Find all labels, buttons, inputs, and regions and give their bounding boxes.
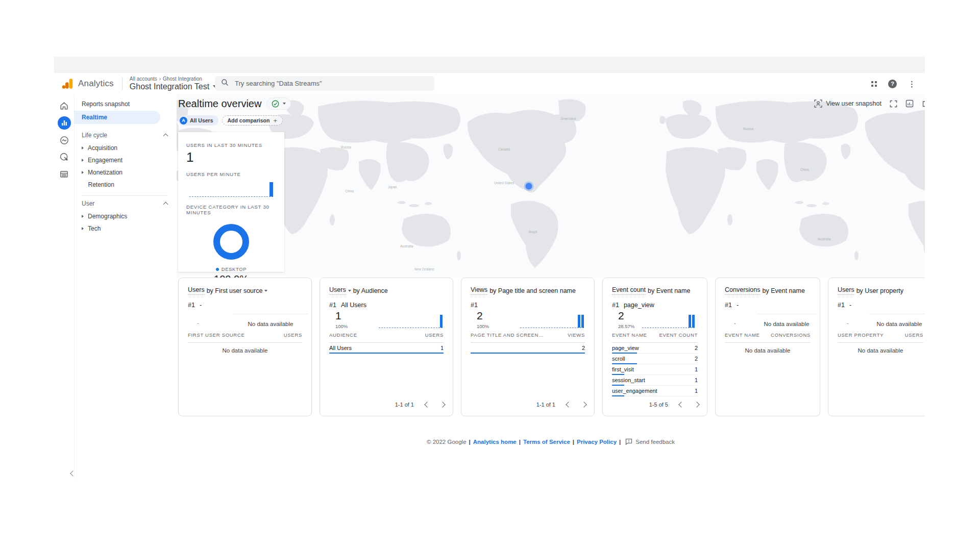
reports-icon[interactable] [58, 116, 71, 130]
device-name: DESKTOP [222, 266, 247, 272]
prev-page-icon[interactable] [678, 402, 684, 407]
map-label: Australia [400, 244, 413, 248]
sidebar-divider [82, 195, 167, 196]
card-metric: Users [188, 286, 205, 295]
sidebar-section-user[interactable]: User [75, 197, 177, 210]
top-percent: 100% [477, 323, 489, 329]
home-icon[interactable] [58, 99, 70, 112]
card-title-dropdown[interactable]: Views by Page title and screen name [471, 286, 576, 295]
product-name: Analytics [78, 79, 114, 89]
section-label: User [82, 200, 94, 207]
next-page-icon[interactable] [581, 402, 586, 407]
property-title: Ghost Integration Test [130, 82, 209, 91]
sidebar-item-acquisition[interactable]: Acquisition [75, 142, 177, 154]
privacy-policy-link[interactable]: Privacy Policy [577, 439, 617, 445]
chart-bars [439, 315, 443, 328]
edit-report-icon[interactable] [905, 99, 914, 108]
chevron-up-icon [163, 202, 168, 207]
fullscreen-icon[interactable] [890, 100, 897, 108]
share-report-icon[interactable] [922, 99, 925, 108]
send-feedback-button[interactable]: Send feedback [625, 438, 675, 445]
comparison-chip-all-users[interactable]: A All Users [178, 115, 218, 126]
advertising-icon[interactable] [58, 151, 70, 163]
sidebar-item-label: Monetization [88, 169, 122, 176]
sidebar-item-monetization[interactable]: Monetization [75, 166, 177, 179]
map-label: China [345, 189, 354, 193]
chart-no-data: No data available [869, 314, 925, 327]
empty-value-dash: - [197, 320, 199, 326]
sidebar-item-retention[interactable]: Retention [75, 179, 177, 191]
next-page-icon[interactable] [439, 402, 445, 407]
table-header: PAGE TITLE AND SCREEN... VIEWS [471, 332, 585, 343]
sidebar-item-realtime[interactable]: Realtime [75, 111, 160, 124]
sidebar-item-engagement[interactable]: Engagement [75, 154, 177, 166]
table-header: EVENT NAME CONVERSIONS [725, 332, 811, 343]
sidebar-item-reports-snapshot[interactable]: Reports snapshot [75, 97, 177, 111]
prev-page-icon[interactable] [566, 402, 571, 407]
map-label: United States [494, 181, 514, 185]
search-bar[interactable] [215, 76, 434, 91]
prev-page-icon[interactable] [424, 402, 430, 407]
analytics-home-link[interactable]: Analytics home [473, 439, 517, 445]
row-value: 1 [695, 377, 698, 383]
next-page-icon[interactable] [694, 402, 699, 407]
row-progress-bar [471, 353, 585, 354]
card-views-by-page-title: Views by Page title and screen name #1 2… [461, 278, 595, 416]
row-name: All Users [329, 345, 352, 351]
sidebar-section-lifecycle[interactable]: Life cycle [75, 129, 177, 142]
pagination: 1-1 of 1 [536, 402, 586, 408]
sidebar-item-demographics[interactable]: Demographics [75, 210, 177, 222]
overflow-menu-icon[interactable]: ⋮ [908, 80, 916, 88]
apps-grid-icon[interactable] [871, 81, 877, 87]
column-header-left: EVENT NAME [725, 332, 760, 342]
table-rows: All Users 1 [329, 343, 444, 354]
expand-arrow-icon[interactable] [82, 146, 84, 149]
copyright-text: © 2022 Google [427, 439, 467, 445]
card-title-dropdown[interactable]: Event count by Event name [612, 286, 690, 295]
column-header-left: AUDIENCE [329, 332, 357, 342]
column-header-left: FIRST USER SOURCE [188, 332, 245, 342]
configure-icon[interactable] [58, 168, 70, 180]
column-header-right: VIEWS [568, 332, 585, 342]
breadcrumb-chevron-icon: › [159, 76, 161, 82]
breadcrumb-property: Ghost Integration [163, 76, 202, 82]
card-title-dropdown[interactable]: Users by First user source [188, 286, 267, 295]
account-switcher[interactable]: All accounts › Ghost Integration Ghost I… [130, 76, 217, 91]
pagination-label: 1-1 of 1 [395, 402, 414, 408]
view-user-snapshot-button[interactable]: View user snapshot [814, 99, 881, 108]
report-toolbar: View user snapshot [814, 99, 925, 108]
expand-arrow-icon[interactable] [82, 215, 84, 218]
explore-icon[interactable] [58, 134, 70, 146]
top-rank-row: #1 - [188, 302, 202, 309]
expand-arrow-icon[interactable] [82, 159, 84, 162]
analytics-logo-icon[interactable] [61, 77, 75, 90]
card-title-dropdown[interactable]: Conversions by Event name [725, 286, 805, 295]
add-comparison-button[interactable]: Add comparison + [222, 115, 283, 126]
table-row: page_view 2 [612, 343, 698, 354]
help-icon[interactable]: ? [888, 80, 897, 88]
column-header-right: CONVERSIONS [771, 332, 811, 342]
add-comparison-label: Add comparison [228, 117, 270, 123]
expand-arrow-icon[interactable] [82, 171, 84, 174]
feedback-icon [625, 438, 632, 445]
terms-of-service-link[interactable]: Terms of Service [523, 439, 570, 445]
empty-value-dash: - [734, 320, 736, 326]
card-title-dropdown[interactable]: Users by User property [838, 286, 903, 295]
chevron-down-icon [283, 103, 286, 105]
sidebar-item-label: Realtime [82, 114, 107, 121]
search-input[interactable] [234, 79, 428, 88]
top-percent: 28.57% [618, 323, 634, 329]
report-status-dropdown[interactable] [266, 97, 291, 110]
empty-value-dash: - [847, 320, 849, 326]
pagination-label: 1-1 of 1 [536, 402, 555, 408]
top-value: 2 [477, 310, 483, 322]
card-event-count-by-event-name: Event count by Event name #1 page_view 2… [602, 278, 707, 416]
nav-rail [54, 94, 75, 479]
card-title-dropdown[interactable]: Users by Audience [329, 286, 388, 295]
sidebar-item-tech[interactable]: Tech [75, 222, 177, 235]
sidebar-item-label: Tech [88, 225, 101, 232]
expand-arrow-icon[interactable] [82, 227, 84, 230]
chevron-up-icon [163, 134, 168, 139]
chart-no-data: No data available [756, 314, 817, 327]
table-header: EVENT NAME EVENT COUNT [612, 332, 698, 343]
